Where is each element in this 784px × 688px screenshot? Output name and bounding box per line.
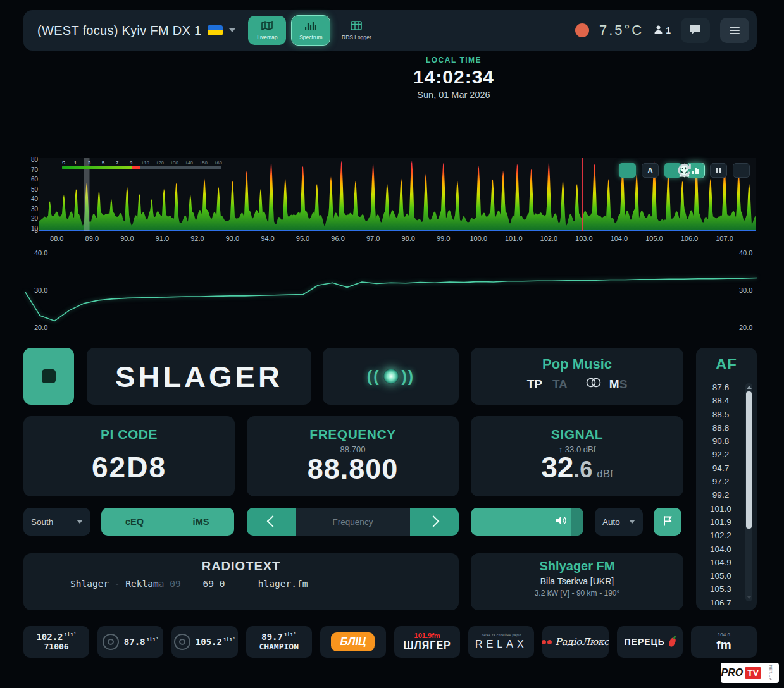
- livemap-button[interactable]: Livemap: [248, 16, 286, 45]
- chevron-right-icon: [427, 515, 439, 527]
- frequency-axis-label: 91.0: [156, 235, 169, 242]
- frequency-axis-label: 101.0: [505, 235, 523, 242]
- af-item[interactable]: 99.2: [699, 488, 743, 501]
- brand-tv: TV: [745, 667, 761, 679]
- af-item[interactable]: 87.6: [699, 381, 743, 394]
- scroll-up-icon[interactable]: [745, 384, 752, 391]
- af-scrollbar[interactable]: [745, 383, 752, 601]
- frequency-up-button[interactable]: [410, 508, 459, 536]
- graph-axis-label: 30.0: [739, 286, 752, 294]
- frequency-input[interactable]: [296, 508, 410, 536]
- ps-name: SHLAGER: [115, 359, 283, 394]
- rds-logger-button[interactable]: RDS Logger: [335, 16, 377, 45]
- broadcast-panel[interactable]: (()): [323, 348, 459, 405]
- station-logo[interactable]: 89.7ılı¹CHAMPION: [246, 626, 312, 658]
- spectrum-analyzer: 80706050403020108: [28, 158, 756, 247]
- online-users: 1: [654, 25, 671, 36]
- radiotext-segment: Shlager - Reklam: [70, 579, 159, 589]
- af-item[interactable]: 94.7: [699, 462, 743, 475]
- s-meter-tick: +60: [211, 160, 225, 166]
- s-meter-bar: [62, 166, 221, 169]
- signal-indicator-icon: ılı¹: [65, 632, 77, 637]
- menu-button[interactable]: [720, 18, 749, 43]
- ukraine-flag-icon: [208, 25, 223, 35]
- broadcast-icon: (()): [367, 367, 414, 386]
- volume-slider[interactable]: [471, 508, 583, 536]
- af-panel: AF 87.688.488.588.890.892.294.797.299.21…: [696, 348, 757, 610]
- station-logo[interactable]: РадіоЛюкс: [542, 626, 608, 658]
- radiotext-content: Shlager - Reklama 09 69 0 hlager.fm: [23, 579, 459, 589]
- af-item[interactable]: 104.9: [699, 556, 743, 569]
- station-logo[interactable]: 101.9fmШЛЯГЕР: [394, 626, 460, 658]
- ims-toggle[interactable]: iMS: [168, 508, 234, 536]
- af-item[interactable]: 88.4: [699, 394, 743, 407]
- af-item[interactable]: 88.8: [699, 421, 743, 434]
- spectrum-plot[interactable]: S13579+10+20+30+40+50+60 A: [39, 158, 756, 231]
- chevron-down-icon: [229, 28, 235, 32]
- ps-panel: SHLAGER: [87, 348, 311, 405]
- s-meter-red-segment: [132, 166, 140, 169]
- af-item[interactable]: 90.8: [699, 434, 743, 448]
- graph-axis-label: 40.0: [739, 249, 752, 257]
- frequency-axis-label: 95.0: [296, 235, 309, 242]
- weather-icon[interactable]: [575, 23, 589, 37]
- speaker-icon: [103, 634, 119, 650]
- station-logo[interactable]: 105.2ılı¹: [171, 626, 237, 658]
- s-meter-tick: 7: [110, 160, 124, 166]
- station-logo[interactable]: 87.8ılı¹: [97, 626, 163, 658]
- radiotext-panel: RADIOTEXT Shlager - Reklama 09 69 0 hlag…: [23, 553, 459, 610]
- s-meter-tick: 3: [82, 160, 96, 166]
- af-item[interactable]: 97.2: [699, 475, 743, 488]
- signal-unit: dBf: [597, 468, 613, 481]
- frequency-axis-label: 97.0: [366, 235, 380, 242]
- db-axis-label: 70: [31, 166, 38, 173]
- frequency-down-button[interactable]: [247, 508, 296, 536]
- signal-label: SIGNAL: [471, 427, 683, 442]
- radiotext-segment: a 09: [159, 579, 181, 589]
- af-item[interactable]: 105.0: [699, 569, 743, 582]
- chat-button[interactable]: [681, 18, 710, 43]
- frequency-axis-label: 96.0: [331, 235, 344, 242]
- signal-indicator-icon: ılı¹: [147, 637, 159, 642]
- frequency-axis-label: 100.0: [470, 235, 487, 242]
- af-item[interactable]: 101.9: [699, 515, 743, 529]
- spectrum-button[interactable]: Spectrum: [292, 16, 330, 45]
- scroll-down-icon[interactable]: [745, 594, 752, 601]
- top-navigation: Livemap Spectrum RDS Logger: [248, 16, 377, 45]
- af-item[interactable]: 102.2: [699, 529, 743, 542]
- eq-toggle[interactable]: cEQ: [101, 508, 168, 536]
- stop-audio-button[interactable]: [23, 348, 74, 405]
- station-info-panel[interactable]: Shlyager FM Bila Tserkva [UKR] 3.2 kW [V…: [471, 553, 683, 610]
- station-logo[interactable]: ПЕРЕЦЬ: [617, 626, 683, 658]
- af-item[interactable]: 105.3: [699, 582, 743, 596]
- af-item[interactable]: 92.2: [699, 448, 743, 461]
- spectrum-frequency-axis: 88.089.090.091.092.093.094.095.096.097.0…: [39, 235, 756, 243]
- flag-button[interactable]: [654, 508, 681, 536]
- frequency-value: 88.800: [247, 453, 459, 486]
- pi-code-value: 62D8: [23, 450, 235, 484]
- station-logo[interactable]: БЛІЦ: [320, 626, 386, 658]
- graph-axis-label: 30.0: [34, 286, 47, 294]
- spectrum-refresh-button[interactable]: [733, 163, 750, 178]
- pty-label: Pop Music: [471, 356, 683, 372]
- station-logo[interactable]: 102.2ılı¹71006: [23, 626, 89, 658]
- mode-select[interactable]: Auto: [595, 508, 643, 536]
- table-icon: [351, 21, 362, 32]
- af-item[interactable]: 101.0: [699, 502, 743, 515]
- station-logo[interactable]: легке та спокійне радіоRELAX: [468, 626, 534, 658]
- s-meter-green-segment: [62, 166, 132, 169]
- station-logo[interactable]: 104.6fm: [691, 626, 757, 658]
- frequency-axis-label: 93.0: [226, 235, 239, 242]
- user-count: 1: [666, 25, 671, 35]
- db-axis-label: 20: [31, 215, 38, 222]
- af-item[interactable]: 106.7: [699, 596, 743, 605]
- scrollbar-thumb[interactable]: [746, 391, 752, 529]
- ta-flag: TA: [552, 378, 568, 391]
- af-list: 87.688.488.588.890.892.294.797.299.2101.…: [699, 381, 743, 605]
- af-item[interactable]: 104.0: [699, 543, 743, 556]
- antenna-select[interactable]: South: [23, 508, 90, 536]
- eq-ims-panel: cEQ iMS: [101, 508, 234, 536]
- server-select[interactable]: (WEST focus) Kyiv FM DX 1: [37, 23, 235, 38]
- af-item[interactable]: 88.5: [699, 408, 743, 421]
- frequency-panel: FREQUENCY 88.700 88.800: [247, 416, 459, 496]
